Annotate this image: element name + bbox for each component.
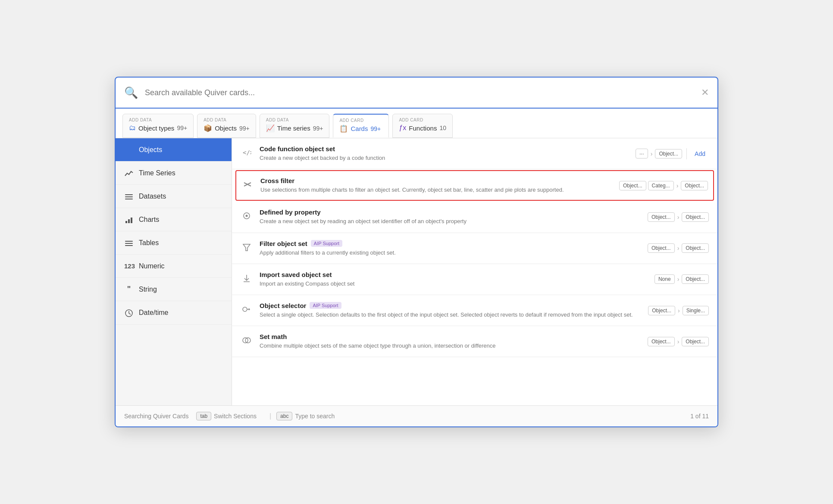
card-body-object-selector: Object selector AIP Support Select a sin…	[260, 302, 641, 319]
sidebar-label-datetime: Date/time	[139, 309, 168, 317]
pill-btn-object-selector[interactable]: Object...	[648, 306, 675, 315]
sidebar-item-charts[interactable]: Charts	[116, 208, 232, 231]
pill-btn-cross-filter[interactable]: Object...	[681, 181, 708, 190]
sidebar-item-time-series[interactable]: Time Series	[116, 162, 232, 185]
card-body-defined-by-property: Defined by property Create a new object …	[260, 208, 641, 225]
card-title-cross-filter: Cross filter	[260, 177, 612, 184]
footer-bar: Searching Quiver Cards tab Switch Sectio…	[116, 405, 717, 426]
tab-label-small-object-types: ADD DATA	[129, 118, 152, 122]
sidebar-icon-tables	[124, 238, 134, 247]
pill-btn-import-saved[interactable]: Object...	[682, 274, 709, 284]
svg-rect-11	[125, 243, 133, 244]
sidebar-icon-charts	[124, 215, 134, 224]
tab-count-cards: 99+	[370, 125, 381, 132]
tab-objects[interactable]: ADD DATA 📦 Objects 99+	[197, 114, 256, 138]
sidebar-item-tables[interactable]: Tables	[116, 231, 232, 255]
pill-btn-code-function[interactable]: Object...	[655, 149, 682, 159]
card-body-cross-filter: Cross filter Use selections from multipl…	[260, 177, 612, 194]
sidebar-label-numeric: Numeric	[139, 262, 165, 270]
sidebar-item-numeric[interactable]: 123 Numeric	[116, 255, 232, 278]
footer-divider: |	[269, 412, 271, 420]
pill-btn-object-selector[interactable]: Single...	[683, 306, 709, 315]
card-desc-set-math: Combine multiple object sets of the same…	[260, 342, 641, 350]
footer-action1: Switch Sections	[214, 413, 257, 420]
sidebar-label-objects: Objects	[139, 146, 162, 154]
card-title-set-math: Set math	[260, 333, 641, 340]
tab-cards[interactable]: ADD CARD 📋 Cards 99+	[333, 114, 389, 138]
tab-name-object-types: Object types	[138, 124, 174, 132]
footer-page: 1 of 11	[690, 413, 709, 420]
arrow-icon: ›	[676, 214, 680, 221]
card-body-filter-object-set: Filter object set AIP Support Apply addi…	[260, 240, 641, 257]
card-actions-filter-object-set: Object...›Object...	[648, 243, 709, 253]
arrow-icon: ›	[676, 338, 680, 345]
pill-btn-import-saved[interactable]: None	[654, 274, 675, 284]
tab-count-time-series: 99+	[313, 125, 323, 132]
svg-rect-1	[129, 146, 132, 149]
tab-name-objects: Objects	[215, 124, 237, 132]
add-button-code-function[interactable]: Add	[691, 150, 709, 157]
tab-content-row-functions: ƒx Functions 10	[399, 124, 446, 132]
tab-content-row-object-types: 🗂 Object types 99+	[129, 124, 187, 132]
sidebar-item-datetime[interactable]: Date/time	[116, 301, 232, 324]
card-row-cross-filter: Cross filter Use selections from multipl…	[235, 170, 714, 201]
search-icon: 🔍	[124, 86, 138, 100]
sidebar-icon-datasets	[124, 192, 134, 201]
tab-count-objects: 99+	[239, 125, 250, 132]
arrow-icon: ›	[676, 245, 680, 252]
sidebar-label-time-series: Time Series	[139, 169, 175, 177]
sidebar-label-tables: Tables	[139, 239, 159, 247]
tab-label-small-objects: ADD DATA	[204, 118, 226, 122]
badge-aip-filter-object-set: AIP Support	[311, 240, 342, 247]
card-row-code-function: </> Code function object set Create a ne…	[232, 138, 717, 169]
card-icon-import-saved	[241, 274, 253, 285]
pill-btn-defined-by-property[interactable]: Object...	[682, 212, 709, 222]
tab-functions[interactable]: ADD CARD ƒx Functions 10	[392, 114, 453, 138]
vert-divider	[686, 148, 687, 159]
svg-rect-2	[125, 150, 128, 153]
svg-rect-3	[129, 150, 132, 153]
footer-action2: Type to search	[295, 413, 335, 420]
card-desc-code-function: Create a new object set backed by a code…	[260, 154, 629, 162]
more-btn-code-function[interactable]: ···	[636, 149, 648, 159]
sidebar-item-string[interactable]: " String	[116, 278, 232, 301]
pill-btn-filter-object-set[interactable]: Object...	[682, 243, 709, 253]
sidebar-item-objects[interactable]: Objects	[116, 138, 232, 162]
svg-rect-9	[131, 218, 132, 223]
svg-rect-8	[128, 219, 130, 223]
pill-btn-set-math[interactable]: Object...	[682, 337, 709, 346]
svg-rect-0	[125, 146, 128, 149]
tab-object-types[interactable]: ADD DATA 🗂 Object types 99+	[122, 114, 194, 138]
arrow-icon: ›	[676, 276, 680, 283]
sidebar: Objects Time Series Datasets Charts Tabl…	[116, 138, 232, 405]
pill-btn-filter-object-set[interactable]: Object...	[648, 243, 675, 253]
sidebar-item-datasets[interactable]: Datasets	[116, 185, 232, 208]
card-body-set-math: Set math Combine multiple object sets of…	[260, 333, 641, 350]
svg-rect-12	[125, 245, 133, 246]
card-row-defined-by-property: Defined by property Create a new object …	[232, 202, 717, 233]
search-input[interactable]	[145, 88, 694, 97]
footer-hint: Searching Quiver Cards	[124, 413, 188, 420]
svg-rect-5	[125, 196, 133, 197]
pill-btn-defined-by-property[interactable]: Object...	[648, 212, 675, 222]
tab-name-time-series: Time series	[277, 124, 310, 132]
card-actions-object-selector: Object...›Single...	[648, 306, 709, 315]
tab-count-object-types: 99+	[177, 124, 187, 131]
card-row-set-math: Set math Combine multiple object sets of…	[232, 326, 717, 357]
svg-text:</>: </>	[243, 149, 251, 156]
tab-count-functions: 10	[439, 124, 446, 131]
tab-time-series[interactable]: ADD DATA 📈 Time series 99+	[260, 114, 330, 138]
pill-btn-cross-filter[interactable]: Object...	[619, 181, 646, 190]
card-body-import-saved: Import saved object set Import an existi…	[260, 271, 648, 288]
arrow-icon: ›	[650, 150, 654, 157]
card-title-filter-object-set: Filter object set AIP Support	[260, 240, 641, 247]
card-actions-set-math: Object...›Object...	[648, 337, 709, 346]
tab-icon-functions: ƒx	[399, 124, 406, 132]
card-actions-cross-filter: Object...Categ...›Object...	[619, 181, 708, 190]
pill-btn-cross-filter[interactable]: Categ...	[648, 181, 674, 190]
badge-aip-object-selector: AIP Support	[310, 302, 341, 309]
card-title-defined-by-property: Defined by property	[260, 208, 641, 216]
close-icon[interactable]: ✕	[701, 87, 709, 98]
pill-btn-set-math[interactable]: Object...	[648, 337, 675, 346]
sidebar-icon-numeric: 123	[124, 261, 134, 271]
